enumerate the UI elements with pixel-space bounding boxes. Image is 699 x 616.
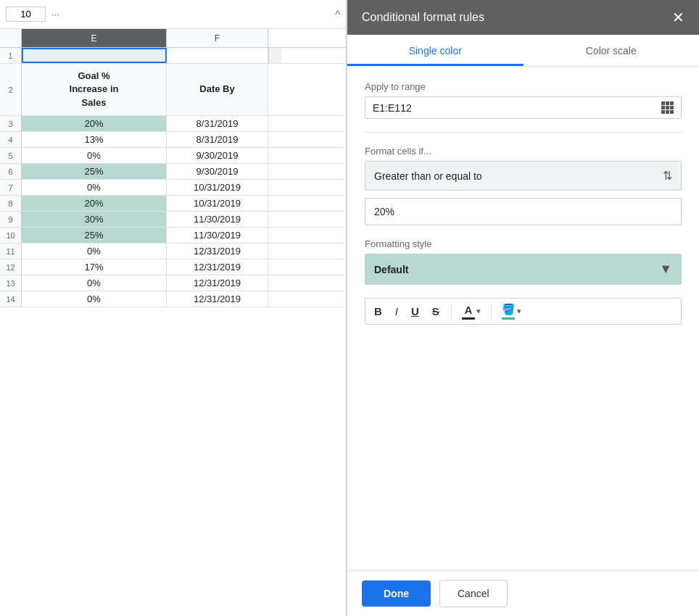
cell-f14[interactable]: 12/31/2019 xyxy=(167,291,268,307)
fill-color-arrow[interactable]: ▾ xyxy=(517,307,521,316)
cell-e12[interactable]: 17% xyxy=(22,259,167,275)
cell-f1[interactable] xyxy=(167,48,268,63)
table-row: 6 25% 9/30/2019 xyxy=(0,164,346,180)
format-cells-if-label: Format cells if... xyxy=(365,146,682,157)
range-input-value: E1:E112 xyxy=(373,102,655,114)
grid: E F 1 2 Goal %Increase inSales Date B xyxy=(0,29,346,616)
cell-f6[interactable]: 9/30/2019 xyxy=(167,164,268,179)
condition-dropdown-arrow: ⇅ xyxy=(663,169,672,183)
toolbar-divider xyxy=(491,304,492,319)
grid-picker-icon[interactable] xyxy=(661,101,674,114)
cell-e13[interactable]: 0% xyxy=(22,275,167,291)
panel-tabs: Single color Color scale xyxy=(347,35,699,67)
done-button[interactable]: Done xyxy=(362,580,431,607)
cell-f13[interactable]: 12/31/2019 xyxy=(167,275,268,291)
apply-range-section: Apply to range E1:E112 xyxy=(365,81,682,119)
cancel-button[interactable]: Cancel xyxy=(439,580,508,607)
table-row: 3 20% 8/31/2019 xyxy=(0,116,346,132)
grid-icon-cell xyxy=(666,106,669,109)
panel-title: Conditional format rules xyxy=(362,11,484,24)
grid-icon-cell xyxy=(661,106,665,109)
row-number: 8 xyxy=(0,196,22,211)
table-row: 13 0% 12/31/2019 xyxy=(0,275,346,291)
cell-e4[interactable]: 13% xyxy=(22,132,167,147)
cell-f7[interactable]: 10/31/2019 xyxy=(167,180,268,195)
style-dropdown[interactable]: Default ▼ xyxy=(365,254,682,285)
cell-e2-text: Goal %Increase inSales xyxy=(70,70,119,109)
text-color-button[interactable]: A ▾ xyxy=(462,304,481,320)
cell-f2-text: Date By xyxy=(199,83,234,96)
grid-icon-cell xyxy=(661,110,665,114)
cell-e14[interactable]: 0% xyxy=(22,291,167,307)
condition-selected-value: Greater than or equal to xyxy=(374,170,482,182)
condition-value-input[interactable]: 20% xyxy=(365,198,682,225)
conditional-format-panel: Conditional format rules ✕ Single color … xyxy=(347,0,699,616)
close-button[interactable]: ✕ xyxy=(672,10,684,25)
range-input-row[interactable]: E1:E112 xyxy=(365,96,682,119)
cell-f4[interactable]: 8/31/2019 xyxy=(167,132,268,147)
cell-e7[interactable]: 0% xyxy=(22,180,167,195)
table-row: 11 0% 12/31/2019 xyxy=(0,244,346,259)
table-row: 12 17% 12/31/2019 xyxy=(0,259,346,275)
tab-color-scale[interactable]: Color scale xyxy=(524,35,700,66)
more-options-icon[interactable]: ··· xyxy=(51,9,59,20)
fill-color-bar xyxy=(502,317,515,320)
cell-reference-box[interactable]: 10 xyxy=(6,7,46,22)
cell-f8[interactable]: 10/31/2019 xyxy=(167,196,268,211)
strikethrough-button[interactable]: S xyxy=(431,306,441,317)
table-row: 14 0% 12/31/2019 xyxy=(0,291,346,307)
row-number: 2 xyxy=(0,64,22,115)
cell-f3[interactable]: 8/31/2019 xyxy=(167,116,268,131)
bold-button[interactable]: B xyxy=(373,306,384,317)
text-color-icon: A xyxy=(462,304,475,320)
toolbar-divider xyxy=(451,304,452,319)
spreadsheet-panel: 10 ··· ^ E F 1 2 Goal %I xyxy=(0,0,347,616)
panel-body: Apply to range E1:E112 Format cel xyxy=(347,67,699,570)
fill-color-button[interactable]: 🪣 ▾ xyxy=(502,303,521,320)
toolbar: 10 ··· ^ xyxy=(0,0,346,29)
grid-body: 1 2 Goal %Increase inSales Date By 3 xyxy=(0,48,346,616)
cell-e3[interactable]: 20% xyxy=(22,116,167,131)
text-color-bar xyxy=(462,317,475,320)
underline-button[interactable]: U xyxy=(410,306,421,317)
text-color-letter: A xyxy=(464,304,472,316)
cell-e1[interactable] xyxy=(22,48,167,63)
apply-range-label: Apply to range xyxy=(365,81,682,92)
format-cells-if-section: Format cells if... Greater than or equal… xyxy=(365,146,682,225)
column-headers: E F xyxy=(0,29,346,48)
format-toolbar: B I U S A ▾ 🪣 ▾ xyxy=(365,298,682,325)
condition-dropdown[interactable]: Greater than or equal to ⇅ xyxy=(365,161,682,191)
scrollbar-track[interactable] xyxy=(268,48,281,63)
cell-e10[interactable]: 25% xyxy=(22,228,167,243)
cell-e2[interactable]: Goal %Increase inSales xyxy=(22,64,167,115)
condition-select-display[interactable]: Greater than or equal to ⇅ xyxy=(365,162,681,190)
cell-e6[interactable]: 25% xyxy=(22,164,167,179)
cell-f10[interactable]: 11/30/2019 xyxy=(167,228,268,243)
col-header-e[interactable]: E xyxy=(22,29,167,47)
cell-e9[interactable]: 30% xyxy=(22,212,167,227)
cell-e8[interactable]: 20% xyxy=(22,196,167,211)
table-row: 7 0% 10/31/2019 xyxy=(0,180,346,196)
table-row: 1 xyxy=(0,48,346,64)
row-number: 9 xyxy=(0,212,22,227)
expand-icon[interactable]: ^ xyxy=(335,9,340,20)
style-dropdown-arrow: ▼ xyxy=(659,262,672,277)
row-number: 1 xyxy=(0,48,22,63)
cell-f12[interactable]: 12/31/2019 xyxy=(167,259,268,275)
cell-f9[interactable]: 11/30/2019 xyxy=(167,212,268,227)
cell-e11[interactable]: 0% xyxy=(22,244,167,259)
table-row: 10 25% 11/30/2019 xyxy=(0,228,346,244)
formatting-style-label: Formatting style xyxy=(365,238,682,249)
col-header-f[interactable]: F xyxy=(167,29,268,47)
row-number: 5 xyxy=(0,148,22,163)
tab-single-color[interactable]: Single color xyxy=(347,35,524,66)
grid-icon-cell xyxy=(661,101,665,105)
cell-f5[interactable]: 9/30/2019 xyxy=(167,148,268,163)
cell-f11[interactable]: 12/31/2019 xyxy=(167,244,268,259)
grid-icon-cell xyxy=(666,101,669,105)
row-number: 6 xyxy=(0,164,22,179)
cell-e5[interactable]: 0% xyxy=(22,148,167,163)
italic-button[interactable]: I xyxy=(394,306,400,317)
text-color-arrow[interactable]: ▾ xyxy=(476,307,481,316)
cell-f2[interactable]: Date By xyxy=(167,64,268,115)
